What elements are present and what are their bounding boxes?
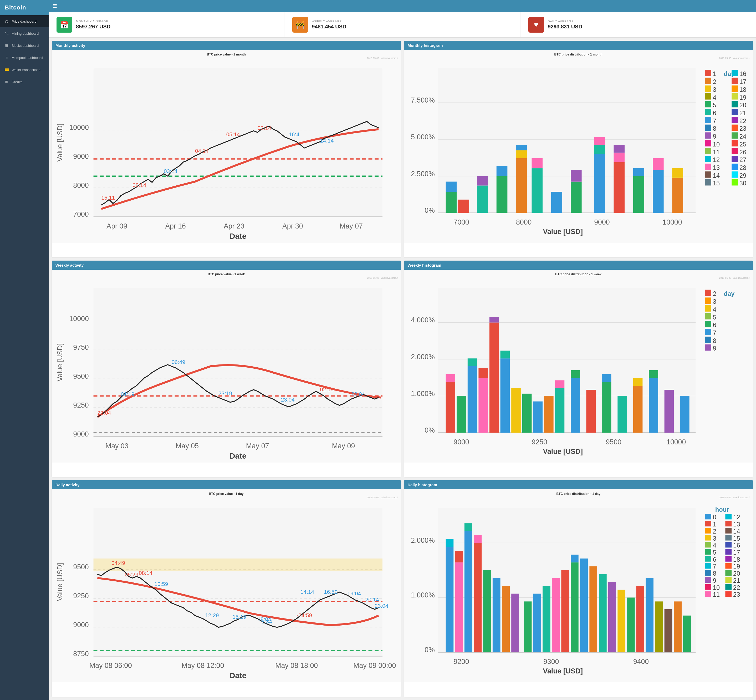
- monthly-activity-watermark: 2018-05-09 · valeriovaccaro.it: [55, 57, 398, 59]
- hamburger-button[interactable]: ☰: [53, 3, 57, 9]
- daily-histogram-header: Daily histogram: [404, 480, 753, 489]
- sidebar-item-label: Blocks dashboard: [12, 44, 39, 48]
- svg-rect-308: [705, 584, 711, 590]
- sidebar-item-mempool-dashboard[interactable]: ≡ Mempool dashboard: [0, 52, 48, 64]
- svg-rect-65: [672, 178, 683, 213]
- sidebar-item-mining-dashboard[interactable]: ⛏ Mining dashboard: [0, 27, 48, 39]
- svg-text:9500: 9500: [73, 372, 89, 380]
- svg-text:23:19: 23:19: [218, 390, 232, 396]
- svg-text:hour: hour: [715, 506, 729, 513]
- svg-text:10:59: 10:59: [154, 581, 168, 587]
- svg-rect-81: [705, 125, 711, 131]
- svg-text:9500: 9500: [606, 438, 621, 446]
- svg-text:5: 5: [712, 549, 716, 556]
- svg-rect-46: [496, 166, 507, 176]
- svg-text:9000: 9000: [454, 438, 469, 446]
- svg-rect-176: [500, 358, 510, 433]
- svg-rect-110: [731, 117, 738, 123]
- svg-text:26: 26: [739, 148, 746, 156]
- monthly-activity-svg: 7000 8000 9000 10000 Apr 09 Apr 16 Apr 2…: [55, 61, 398, 240]
- sidebar-item-blocks-dashboard[interactable]: ▦ Blocks dashboard: [0, 39, 48, 52]
- app-title: Bitcoin: [0, 0, 48, 15]
- wallet-icon: 💳: [4, 67, 9, 72]
- svg-text:18: 18: [733, 556, 740, 563]
- svg-text:19: 19: [739, 94, 746, 101]
- svg-text:May 09: May 09: [332, 442, 355, 450]
- svg-rect-104: [731, 93, 738, 100]
- mining-dashboard-icon: ⛏: [4, 31, 9, 36]
- svg-rect-190: [633, 386, 642, 433]
- svg-rect-206: [705, 329, 711, 335]
- svg-rect-279: [617, 590, 625, 652]
- monthly-icon: 📅: [56, 17, 72, 33]
- svg-rect-71: [705, 86, 711, 92]
- svg-text:16:59: 16:59: [324, 589, 338, 595]
- svg-text:19: 19: [733, 563, 740, 570]
- svg-rect-282: [645, 578, 653, 652]
- stat-weekly: 🚧 WEEKLY AVERAGE 9481.454 USD: [284, 12, 520, 38]
- svg-rect-263: [474, 535, 482, 543]
- svg-rect-324: [725, 556, 731, 562]
- svg-rect-58: [614, 162, 625, 213]
- svg-text:7: 7: [712, 329, 716, 336]
- svg-rect-179: [522, 394, 532, 433]
- dashboard-grid: Monthly activity BTC price value - 1 mon…: [48, 38, 756, 700]
- svg-text:01:19: 01:19: [121, 391, 135, 397]
- weekly-histogram-watermark: 2018-05-09 · valeriovaccaro.it: [407, 277, 750, 279]
- svg-text:27: 27: [739, 156, 746, 163]
- svg-text:9500: 9500: [73, 563, 89, 571]
- svg-text:0: 0: [712, 514, 716, 521]
- svg-rect-284: [664, 609, 672, 652]
- svg-text:9: 9: [712, 133, 716, 140]
- svg-text:15: 15: [712, 180, 719, 187]
- svg-text:5.000%: 5.000%: [411, 133, 435, 141]
- monthly-histogram-card: Monthly histogram BTC price distribution…: [404, 41, 753, 258]
- svg-text:20:14: 20:14: [365, 597, 379, 603]
- daily-histogram-card: Daily histogram BTC price distribution -…: [404, 480, 753, 697]
- sidebar-item-price-dashboard[interactable]: ◎ Price dashboard: [0, 15, 48, 27]
- sidebar-item-label: Mempool dashboard: [12, 56, 43, 60]
- svg-text:4: 4: [712, 94, 716, 101]
- svg-rect-49: [516, 145, 527, 150]
- blocks-dashboard-icon: ▦: [4, 43, 9, 48]
- svg-rect-172: [479, 378, 488, 433]
- monthly-stat-info: MONTHLY AVERAGE 8597.267 USD: [76, 20, 111, 30]
- svg-text:1: 1: [712, 70, 716, 77]
- svg-rect-174: [489, 322, 499, 433]
- svg-text:2.000%: 2.000%: [411, 537, 435, 545]
- svg-text:15: 15: [733, 535, 740, 542]
- svg-rect-314: [725, 521, 731, 527]
- svg-rect-122: [731, 164, 738, 170]
- svg-rect-52: [551, 192, 562, 213]
- svg-rect-280: [627, 598, 634, 652]
- svg-text:23: 23: [733, 591, 740, 598]
- svg-text:May 08 06:00: May 08 06:00: [89, 662, 132, 669]
- sidebar-item-wallet-transactions[interactable]: 💳 Wallet transactions: [0, 64, 48, 76]
- svg-rect-332: [725, 584, 731, 590]
- topbar: ☰: [48, 0, 756, 12]
- svg-text:22: 22: [733, 584, 740, 591]
- svg-rect-258: [455, 562, 463, 652]
- svg-rect-114: [731, 132, 738, 139]
- svg-text:29: 29: [739, 172, 746, 179]
- svg-rect-178: [511, 388, 521, 433]
- svg-text:7.500%: 7.500%: [411, 96, 435, 104]
- svg-rect-189: [617, 396, 627, 433]
- svg-text:2: 2: [712, 290, 716, 297]
- svg-rect-177: [500, 350, 510, 358]
- svg-rect-204: [705, 321, 711, 327]
- svg-rect-271: [552, 578, 560, 652]
- svg-rect-100: [731, 78, 738, 84]
- svg-rect-41: [446, 182, 457, 192]
- svg-rect-188: [602, 374, 611, 382]
- mempool-dashboard-icon: ≡: [4, 55, 9, 60]
- sidebar-item-credits[interactable]: ⊞ Credits: [0, 76, 48, 88]
- svg-text:May 07: May 07: [246, 442, 269, 450]
- svg-rect-126: [731, 179, 738, 186]
- svg-text:9300: 9300: [543, 658, 559, 666]
- svg-text:03:14: 03:14: [164, 168, 178, 174]
- svg-rect-290: [705, 521, 711, 527]
- svg-rect-269: [533, 594, 541, 652]
- daily-histogram-title: BTC price distribution - 1 day: [407, 492, 750, 496]
- svg-rect-200: [705, 305, 711, 312]
